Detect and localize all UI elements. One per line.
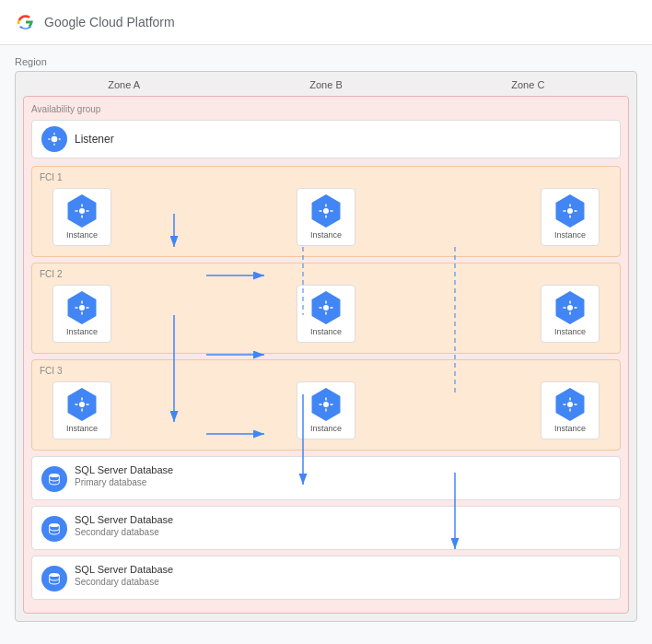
instance-b-svg xyxy=(318,203,334,219)
fci1-instance-a-label: Instance xyxy=(66,230,98,240)
fci2-instance-b-icon xyxy=(309,291,343,324)
fci2-instance-a-label: Instance xyxy=(66,327,98,336)
svg-point-6 xyxy=(567,305,573,310)
region-box: Zone A Zone B Zone C Availability group … xyxy=(15,71,637,622)
fci3-instance-c-label: Instance xyxy=(554,424,586,433)
instance-c-svg xyxy=(562,203,578,219)
fci3-instance-b-label: Instance xyxy=(310,424,342,433)
fci1-instance-a-icon xyxy=(65,194,99,228)
fci-2-label: FCI 2 xyxy=(40,269,612,279)
svg-point-8 xyxy=(323,402,329,407)
app-header: Google Cloud Platform xyxy=(0,0,652,45)
db-secondary-2-subtitle: Secondary database xyxy=(75,577,173,587)
fci1-instance-b-label: Instance xyxy=(310,230,342,240)
fci3-instance-c: Instance xyxy=(541,381,600,439)
db-secondary-1-icon xyxy=(41,516,67,542)
svg-point-0 xyxy=(52,136,58,143)
fci3-instance-b-icon xyxy=(309,388,343,421)
fci2-instance-c-label: Instance xyxy=(554,327,586,336)
fci2-instance-a: Instance xyxy=(52,285,111,343)
svg-point-10 xyxy=(50,474,60,477)
fci1-instance-b-icon xyxy=(309,194,343,228)
region-label: Region xyxy=(15,56,637,67)
db-primary-subtitle: Primary database xyxy=(75,477,173,487)
fci-1-label: FCI 1 xyxy=(40,172,612,182)
fci1-instance-c: Instance xyxy=(541,188,600,246)
availability-group-label: Availability group xyxy=(31,104,621,114)
fci2-instance-c: Instance xyxy=(541,285,600,343)
instance-a-svg xyxy=(74,203,90,219)
fci3-instance-a: Instance xyxy=(52,381,111,439)
fci-2-section: FCI 2 Instance Instance xyxy=(31,263,621,354)
db-secondary-1-subtitle: Secondary database xyxy=(75,527,173,537)
fci-1-section: FCI 1 Instance xyxy=(31,166,621,257)
fci-3-label: FCI 3 xyxy=(40,366,612,376)
fci1-instance-b: Instance xyxy=(297,188,355,246)
fci1-instance-c-label: Instance xyxy=(554,230,586,240)
main-content: Region Zone A Zone B Zone C Availability… xyxy=(0,45,652,633)
db-secondary-1-title: SQL Server Database xyxy=(75,514,173,525)
fci2-instance-b-label: Instance xyxy=(310,327,342,336)
fci3-instance-a-icon xyxy=(65,388,99,421)
svg-point-12 xyxy=(50,573,60,577)
fci3-instance-a-label: Instance xyxy=(66,424,98,433)
svg-point-2 xyxy=(323,208,329,214)
db-primary-icon xyxy=(41,466,67,492)
db-secondary-2: SQL Server Database Secondary database xyxy=(31,556,621,600)
zone-c-label: Zone C xyxy=(427,79,629,90)
svg-point-4 xyxy=(79,305,85,310)
fci3-instance-c-icon xyxy=(553,388,587,421)
listener-bar: Listener xyxy=(31,120,621,158)
fci2-instance-a-icon xyxy=(65,291,99,324)
listener-icon xyxy=(41,126,67,152)
gcp-logo-icon xyxy=(15,11,37,33)
db-primary-title: SQL Server Database xyxy=(75,464,173,475)
availability-group: Availability group Listener FCI 1 xyxy=(23,96,629,614)
app-title: Google Cloud Platform xyxy=(44,15,175,29)
zones-row: Zone A Zone B Zone C xyxy=(23,79,629,90)
db-secondary-1: SQL Server Database Secondary database xyxy=(31,506,621,550)
fci1-instance-a: Instance xyxy=(52,188,111,246)
db-primary: SQL Server Database Primary database xyxy=(31,456,621,500)
fci2-instance-b: Instance xyxy=(297,285,355,343)
listener-text: Listener xyxy=(75,133,114,146)
db-secondary-2-title: SQL Server Database xyxy=(75,564,173,575)
fci-3-section: FCI 3 Instance Instance xyxy=(31,359,621,451)
zone-a-label: Zone A xyxy=(23,79,225,90)
zone-b-label: Zone B xyxy=(225,79,426,90)
fci3-instance-b: Instance xyxy=(297,381,355,439)
svg-point-9 xyxy=(567,402,573,407)
logo-container: Google Cloud Platform xyxy=(15,11,175,33)
svg-point-5 xyxy=(323,305,329,310)
fci2-instance-c-icon xyxy=(553,291,587,324)
svg-point-11 xyxy=(50,523,60,527)
db-primary-text: SQL Server Database Primary database xyxy=(75,464,173,487)
diagram-wrapper: FCI 1 Instance xyxy=(31,166,621,600)
db-secondary-1-text: SQL Server Database Secondary database xyxy=(75,514,173,537)
svg-point-7 xyxy=(79,402,85,407)
fci1-instance-c-icon xyxy=(553,194,587,228)
listener-svg-icon xyxy=(47,132,62,146)
svg-point-1 xyxy=(79,208,85,214)
db-secondary-2-icon xyxy=(41,566,67,591)
db-secondary-2-text: SQL Server Database Secondary database xyxy=(75,564,173,587)
svg-point-3 xyxy=(567,208,573,214)
